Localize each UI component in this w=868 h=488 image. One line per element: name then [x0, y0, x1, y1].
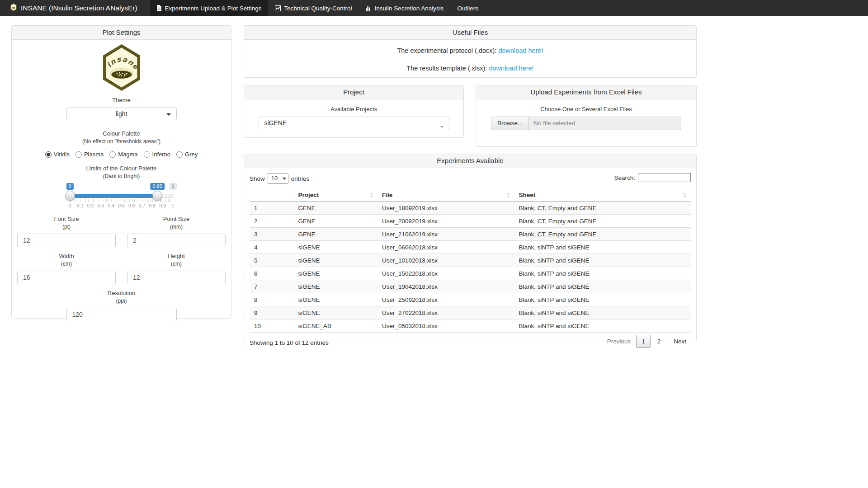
file-input-group: Browse... No file selected: [491, 117, 681, 130]
table-row[interactable]: 3 GENE User_21062019.xlsx Blank, CT, Emp…: [250, 228, 691, 241]
tab-label: Experiments Upload & Plot Settings: [165, 5, 262, 12]
table-row[interactable]: 4 siGENE User_06062018.xlsx Blank, siNTP…: [250, 241, 691, 254]
line-chart-icon: [275, 5, 281, 11]
table-row[interactable]: 10 siGENE_AB User_05032018.xlsx Blank, s…: [250, 319, 691, 333]
navbar-tabs: Experiments Upload & Plot Settings Techn…: [150, 0, 486, 16]
sort-icon: [683, 192, 687, 198]
experiments-table: Project File Sheet 1 GENE User_18092019.…: [250, 189, 691, 333]
page-button-2[interactable]: 2: [652, 335, 666, 347]
available-projects-label: Available Projects: [244, 106, 463, 113]
tab-label: Technical Quality-Control: [284, 5, 352, 12]
tab-label: Outliers: [458, 5, 479, 12]
tab-outliers[interactable]: Outliers: [451, 0, 486, 16]
table-row[interactable]: 9 siGENE User_27022018.xlsx Blank, siNTP…: [250, 306, 691, 319]
navbar: INSANE (INsulin Secretion ANalysEr) Expe…: [0, 0, 868, 16]
table-row[interactable]: 2 GENE User_20092019.xlsx Blank, CT, Emp…: [250, 215, 691, 228]
slider-from-badge: 0: [66, 183, 73, 190]
resolution-unit: (ppi): [66, 298, 177, 304]
radio-icon: [75, 151, 82, 158]
panel-title: Experiments Available: [244, 154, 696, 168]
sort-icon: [507, 192, 511, 198]
header-file[interactable]: File: [377, 189, 514, 202]
upload-panel: Upload Experiments from Excel Files Choo…: [476, 85, 697, 147]
radio-viridis[interactable]: Viridis: [45, 151, 70, 158]
font-size-label: Font Size: [17, 216, 116, 222]
radio-icon: [144, 151, 150, 158]
theme-value: light: [116, 110, 127, 117]
template-line: The results template (.xlsx): download h…: [244, 65, 696, 72]
point-size-label: Point Size: [127, 216, 226, 222]
table-row[interactable]: 8 siGENE User_25092018.xlsx Blank, siNTP…: [250, 293, 691, 306]
search-label: Search:: [614, 174, 635, 181]
height-unit: (cm): [127, 261, 226, 267]
limits-label: Limits of the Colour Palette: [17, 165, 226, 172]
radio-icon: [45, 151, 52, 158]
theme-label: Theme: [17, 97, 226, 103]
header-project[interactable]: Project: [294, 189, 377, 202]
experiments-panel: Experiments Available Show 10 entries Se…: [244, 154, 697, 341]
theme-select[interactable]: light: [66, 108, 177, 120]
app-brand[interactable]: INSANE (INsulin Secretion ANalysEr): [0, 0, 137, 16]
width-unit: (cm): [17, 261, 116, 267]
page-length-select[interactable]: 10: [268, 173, 288, 184]
tab-insulin-analysis[interactable]: Insulin Secretion Analysis: [359, 0, 450, 16]
resolution-input[interactable]: [66, 308, 177, 321]
tab-experiments-upload[interactable]: Experiments Upload & Plot Settings: [150, 0, 269, 16]
project-value: siGENE: [264, 119, 287, 127]
search-control: Search:: [614, 173, 691, 182]
insane-logo: insane: [17, 44, 226, 92]
slider-tick-labels: 0 0.1 0.2 0.3 0.4 0.5 0.6 0.7 0.8 0.9 1: [70, 203, 173, 209]
page-button-1[interactable]: 1: [636, 335, 651, 348]
radio-icon: [109, 151, 116, 158]
table-row[interactable]: 1 GENE User_18092019.xlsx Blank, CT, Emp…: [250, 202, 691, 215]
choose-files-label: Choose One or Several Excel Files: [476, 106, 696, 113]
header-sheet[interactable]: Sheet: [514, 189, 691, 202]
height-label: Height: [127, 253, 226, 259]
limits-note: (Dark to Bright): [17, 173, 226, 179]
table-row[interactable]: 6 siGENE User_15022018.xlsx Blank, siNTP…: [250, 267, 691, 280]
radio-inferno[interactable]: Inferno: [144, 151, 170, 158]
width-label: Width: [17, 253, 116, 259]
point-size-input[interactable]: [127, 234, 226, 247]
radio-magma[interactable]: Magma: [109, 151, 137, 158]
chevron-down-icon: [283, 178, 286, 180]
pagination: Previous 1 2 Next: [603, 335, 691, 348]
chevron-down-icon: ⌄: [439, 120, 444, 131]
panel-title: Useful Files: [244, 26, 696, 40]
palette-note: (No effect on "thresholds areas"): [17, 138, 226, 145]
slider-to-badge: 0.85: [151, 183, 165, 190]
slider-handle-from[interactable]: [65, 191, 75, 201]
browse-button[interactable]: Browse...: [491, 117, 529, 130]
point-size-unit: (mm): [127, 224, 226, 230]
height-input[interactable]: [127, 271, 226, 284]
project-select[interactable]: siGENE ⌄: [259, 117, 449, 129]
width-input[interactable]: [17, 271, 116, 284]
font-size-input[interactable]: [17, 234, 116, 247]
table-row[interactable]: 7 siGENE User_19042018.xlsx Blank, siNTP…: [250, 280, 691, 293]
previous-page-button[interactable]: Previous: [603, 335, 636, 348]
tab-technical-qc[interactable]: Technical Quality-Control: [268, 0, 359, 16]
panel-title: Project: [244, 85, 463, 99]
panel-title: Upload Experiments from Excel Files: [476, 85, 696, 99]
palette-label: Colour Palette: [17, 130, 226, 137]
header-row-number: [250, 189, 294, 202]
next-page-button[interactable]: Next: [669, 335, 691, 348]
bar-chart-icon: [365, 5, 371, 11]
table-controls: Show 10 entries Search:: [250, 173, 691, 184]
table-row[interactable]: 5 siGENE User_10102018.xlsx Blank, siNTP…: [250, 254, 691, 267]
protocol-download-link[interactable]: download here!: [498, 47, 543, 54]
project-panel: Project Available Projects siGENE ⌄: [244, 85, 464, 138]
radio-grey[interactable]: Grey: [176, 151, 198, 158]
plot-settings-panel: Plot Settings insane Theme: [11, 25, 231, 319]
radio-icon: [176, 151, 183, 158]
font-size-unit: (pt): [17, 224, 116, 230]
search-input[interactable]: [638, 173, 691, 182]
panel-title: Plot Settings: [12, 26, 231, 40]
resolution-label: Resolution: [66, 290, 177, 296]
protocol-line: The experimental protocol (.docx): downl…: [244, 47, 696, 54]
useful-files-panel: Useful Files The experimental protocol (…: [244, 25, 697, 78]
chevron-down-icon: [166, 113, 171, 116]
file-icon: [157, 5, 162, 11]
template-download-link[interactable]: download here!: [489, 65, 533, 72]
radio-plasma[interactable]: Plasma: [75, 151, 104, 158]
